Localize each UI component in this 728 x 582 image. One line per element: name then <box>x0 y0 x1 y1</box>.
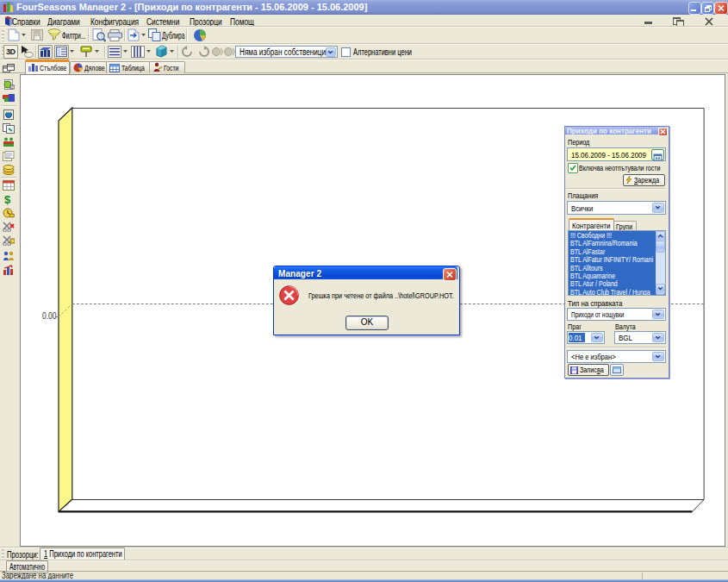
svg-text:$: $ <box>4 194 11 205</box>
